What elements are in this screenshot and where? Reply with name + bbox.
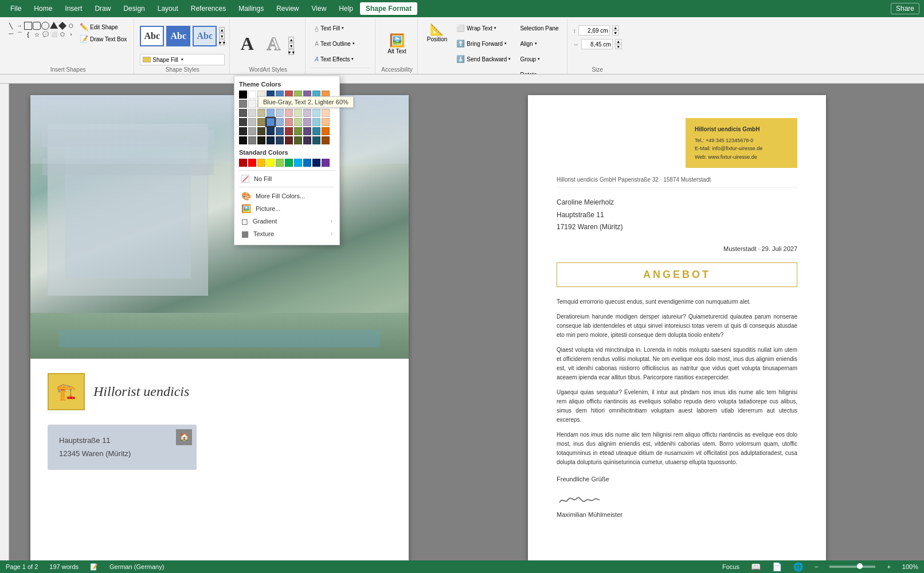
theme-color-swatch[interactable] [248,118,256,126]
theme-color-swatch[interactable] [257,109,265,117]
standard-color-swatch[interactable] [267,159,275,167]
theme-color-swatch[interactable] [248,91,256,99]
bring-forward-button[interactable]: ⬆️Bring Forward▾ [453,36,514,51]
standard-color-swatch[interactable] [312,159,320,167]
theme-color-swatch[interactable] [248,127,256,135]
theme-color-swatch[interactable] [303,109,311,117]
menu-file[interactable]: File [5,2,27,15]
send-backward-button[interactable]: ⬇️Send Backward▾ [453,52,514,66]
shape-star[interactable]: ☆ [33,30,41,38]
menu-home[interactable]: Home [28,2,58,15]
theme-color-swatch[interactable] [239,127,247,135]
text-fill-button[interactable]: A̲ Text Fill ▾ [311,21,370,36]
theme-color-swatch[interactable] [267,127,275,135]
theme-color-swatch[interactable] [312,109,320,117]
shape-freeform[interactable]: 〰 [7,30,15,38]
shape-arrow[interactable]: → [15,22,24,30]
theme-color-swatch[interactable] [322,127,330,135]
shape-rounded[interactable] [33,22,41,30]
zoom-in[interactable]: + [887,563,890,570]
shape-style-1[interactable]: Abc [140,26,164,46]
wordart-a-fill[interactable]: A [236,31,259,56]
theme-color-swatch[interactable] [303,118,311,126]
zoom-slider[interactable] [829,566,875,568]
width-input[interactable] [581,39,613,49]
shape-circle[interactable] [41,22,49,30]
theme-color-swatch[interactable] [285,127,293,135]
zoom-out[interactable]: − [815,563,818,570]
standard-color-swatch[interactable] [303,159,311,167]
theme-color-swatch[interactable] [294,109,302,117]
shape-style-3[interactable]: Abc [193,26,217,46]
theme-color-swatch[interactable] [239,100,247,108]
shape-tri[interactable] [50,22,58,29]
draw-text-box-button[interactable]: 📝Draw Text Box [77,34,129,44]
shape-line[interactable]: ╲ [7,22,15,30]
menu-view[interactable]: View [306,2,332,15]
shape-callout[interactable]: 💬 [41,30,49,38]
theme-color-swatch[interactable] [294,118,302,126]
rotate-button[interactable]: Rotate ~ [516,67,562,74]
shape-chevron[interactable]: › [67,30,75,38]
theme-color-swatch[interactable] [303,127,311,135]
theme-color-swatch[interactable] [285,136,293,144]
shape-curve[interactable]: ⌒ [15,30,24,38]
no-fill-option[interactable]: No Fill [239,173,335,185]
theme-color-swatch[interactable] [248,100,256,108]
theme-color-swatch[interactable] [239,91,247,99]
menu-design[interactable]: Design [118,2,150,15]
standard-color-swatch[interactable] [276,159,284,167]
height-up[interactable]: ▲ [612,25,619,30]
standard-color-swatch[interactable] [294,159,302,167]
view-mode-print[interactable]: 📄 [772,562,782,571]
menu-shape-format[interactable]: Shape Format [360,2,417,15]
theme-color-swatch[interactable] [267,109,275,117]
spell-check-icon[interactable]: 📝 [90,563,98,571]
gradient-option[interactable]: ◻ Gradient › [239,215,335,227]
theme-color-swatch[interactable] [276,136,284,144]
theme-color-swatch[interactable] [257,118,265,126]
menu-references[interactable]: References [185,2,232,15]
theme-color-swatch[interactable] [322,118,330,126]
theme-color-swatch[interactable] [312,127,320,135]
view-mode-web[interactable]: 🌐 [793,562,803,571]
theme-color-swatch[interactable] [267,118,275,126]
theme-color-swatch[interactable] [239,136,247,144]
theme-color-swatch[interactable] [322,136,330,144]
theme-color-swatch[interactable] [276,109,284,117]
menu-insert[interactable]: Insert [59,2,88,15]
text-effects-button[interactable]: A Text Effects ▾ [311,52,370,66]
focus-button[interactable]: Focus [722,563,739,570]
theme-color-swatch[interactable] [285,109,293,117]
view-mode-read[interactable]: 📖 [751,562,761,571]
group-button[interactable]: Group▾ [516,52,562,66]
theme-color-swatch[interactable] [285,118,293,126]
position-button[interactable]: 📐 Position [424,21,451,44]
theme-color-swatch[interactable] [303,136,311,144]
height-down[interactable]: ▼ [612,30,619,36]
standard-color-swatch[interactable] [285,159,293,167]
theme-color-swatch[interactable] [257,127,265,135]
theme-color-swatch[interactable] [267,136,275,144]
standard-color-swatch[interactable] [257,159,265,167]
texture-option[interactable]: ▦ Texture › [239,227,335,240]
more-fill-colors-option[interactable]: 🎨 More Fill Colors... [239,190,335,202]
text-outline-button[interactable]: A Text Outline ▾ [311,36,370,51]
theme-color-swatch[interactable] [276,118,284,126]
shape-brace[interactable]: { [24,30,32,38]
width-down[interactable]: ▼ [615,44,622,49]
menu-help[interactable]: Help [333,2,359,15]
edit-shape-button[interactable]: ✏️Edit Shape [77,22,129,32]
picture-option[interactable]: 🖼️ Picture... [239,202,335,215]
theme-color-swatch[interactable] [312,118,320,126]
alt-text-button[interactable]: 🖼️ Alt Text [385,31,409,57]
shape-fill-dropdown[interactable]: Shape Fill ▾ [140,54,225,65]
menu-mailings[interactable]: Mailings [233,2,269,15]
theme-color-swatch[interactable] [276,127,284,135]
theme-color-swatch[interactable] [294,127,302,135]
theme-color-swatch[interactable] [239,109,247,117]
shape-more[interactable]: ⬡ [67,22,75,30]
width-up[interactable]: ▲ [615,39,622,44]
shape-style-2[interactable]: Abc [166,26,190,46]
shape-styles-scroll[interactable]: ▲ ▼ ▼▼ [219,27,225,45]
